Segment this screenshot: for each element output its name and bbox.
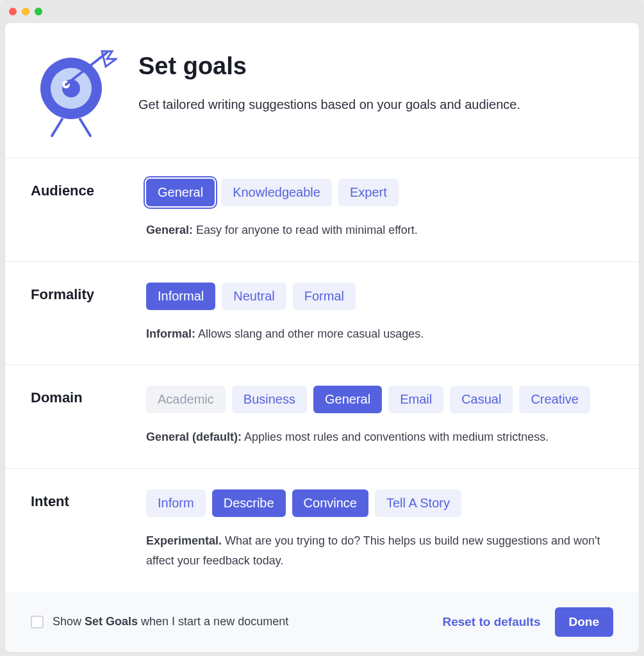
domain-options: Academic Business General Email Casual C… xyxy=(146,386,613,413)
page-subtitle: Get tailored writing suggestions based o… xyxy=(138,94,613,115)
footer-left: Show Set Goals when I start a new docume… xyxy=(31,615,288,628)
close-window-button[interactable] xyxy=(9,8,17,15)
domain-option-creative[interactable]: Creative xyxy=(519,386,590,413)
audience-desc-text: Easy for anyone to read with minimal eff… xyxy=(193,224,418,236)
formality-option-formal[interactable]: Formal xyxy=(293,283,356,310)
audience-options: General Knowledgeable Expert xyxy=(146,179,613,206)
dialog-footer: Show Set Goals when I start a new docume… xyxy=(5,592,639,652)
domain-option-general[interactable]: General xyxy=(313,386,382,413)
titlebar xyxy=(0,0,644,23)
intent-description: Experimental. What are you trying to do?… xyxy=(146,531,613,571)
window: Set goals Get tailored writing suggestio… xyxy=(0,0,644,656)
intent-option-tell-a-story[interactable]: Tell A Story xyxy=(375,489,461,517)
audience-description: General: Easy for anyone to read with mi… xyxy=(146,220,613,241)
section-body-audience: General Knowledgeable Expert General: Ea… xyxy=(146,179,613,241)
section-label-audience: Audience xyxy=(31,179,133,241)
domain-option-casual[interactable]: Casual xyxy=(450,386,513,413)
audience-option-expert[interactable]: Expert xyxy=(338,179,399,206)
section-label-intent: Intent xyxy=(31,489,133,571)
show-on-new-doc-checkbox[interactable] xyxy=(31,616,44,628)
formality-option-neutral[interactable]: Neutral xyxy=(222,283,286,310)
domain-option-academic: Academic xyxy=(146,386,226,413)
header-text: Set goals Get tailored writing suggestio… xyxy=(138,49,613,138)
domain-option-email[interactable]: Email xyxy=(388,386,443,413)
dialog-header: Set goals Get tailored writing suggestio… xyxy=(5,23,639,158)
section-formality: Formality Informal Neutral Formal Inform… xyxy=(5,262,639,366)
domain-desc-label: General (default): xyxy=(146,430,242,443)
section-intent: Intent Inform Describe Convince Tell A S… xyxy=(5,469,639,592)
audience-option-knowledgeable[interactable]: Knowledgeable xyxy=(221,179,332,206)
traffic-lights xyxy=(9,8,42,15)
maximize-window-button[interactable] xyxy=(35,8,42,15)
section-label-domain: Domain xyxy=(31,386,133,448)
footer-right: Reset to defaults Done xyxy=(442,607,613,637)
section-domain: Domain Academic Business General Email C… xyxy=(5,365,639,469)
section-body-domain: Academic Business General Email Casual C… xyxy=(146,386,613,448)
section-body-formality: Informal Neutral Formal Informal: Allows… xyxy=(146,283,613,345)
svg-line-5 xyxy=(80,119,90,136)
intent-option-describe[interactable]: Describe xyxy=(212,489,286,517)
intent-option-convince[interactable]: Convince xyxy=(292,489,368,517)
section-audience: Audience General Knowledgeable Expert Ge… xyxy=(5,158,639,262)
section-body-intent: Inform Describe Convince Tell A Story Ex… xyxy=(146,489,613,571)
formality-options: Informal Neutral Formal xyxy=(146,283,613,310)
domain-option-business[interactable]: Business xyxy=(232,386,307,413)
reset-to-defaults-link[interactable]: Reset to defaults xyxy=(442,615,540,629)
svg-line-4 xyxy=(52,119,62,136)
formality-desc-label: Informal: xyxy=(146,327,195,340)
footer-pre: Show xyxy=(53,615,85,628)
dialog-content: Set goals Get tailored writing suggestio… xyxy=(5,23,639,652)
intent-options: Inform Describe Convince Tell A Story xyxy=(146,489,613,517)
page-title: Set goals xyxy=(138,53,613,80)
footer-strong: Set Goals xyxy=(85,615,138,628)
formality-option-informal[interactable]: Informal xyxy=(146,283,215,310)
formality-description: Informal: Allows slang and other more ca… xyxy=(146,324,613,345)
target-icon xyxy=(31,49,120,138)
formality-desc-text: Allows slang and other more casual usage… xyxy=(195,327,424,340)
audience-desc-label: General: xyxy=(146,224,193,236)
intent-desc-label: Experimental. xyxy=(146,534,222,547)
domain-desc-text: Applies most rules and conventions with … xyxy=(242,430,549,443)
intent-option-inform[interactable]: Inform xyxy=(146,489,206,517)
minimize-window-button[interactable] xyxy=(22,8,29,15)
section-label-formality: Formality xyxy=(31,283,133,345)
audience-option-general[interactable]: General xyxy=(146,179,215,206)
done-button[interactable]: Done xyxy=(555,607,614,637)
domain-description: General (default): Applies most rules an… xyxy=(146,427,613,448)
footer-post: when I start a new document xyxy=(138,615,288,628)
footer-checkbox-label: Show Set Goals when I start a new docume… xyxy=(53,615,288,628)
